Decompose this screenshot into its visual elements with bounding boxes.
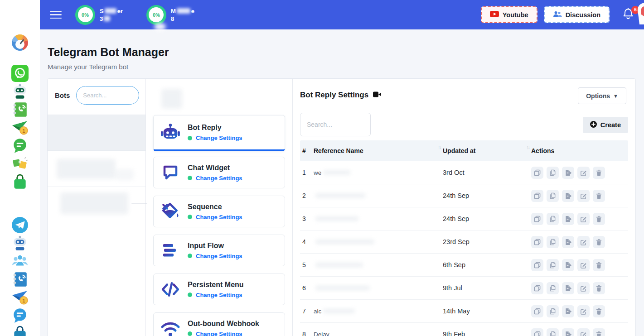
whatsapp-contacts-icon[interactable] [11,101,29,118]
export-button[interactable] [562,259,574,271]
menu-toggle-button[interactable] [50,11,62,19]
video-camera-icon[interactable] [373,91,382,100]
edit-button[interactable] [577,213,590,225]
edit-button[interactable] [577,282,590,294]
message-progress-ring: 0% [146,5,166,25]
settings-card-bot-reply[interactable]: Bot Reply Change Settings [153,115,285,151]
copy-button[interactable] [547,213,559,225]
change-settings-link[interactable]: Change Settings [196,175,242,182]
settings-card-webhook[interactable]: Out-bound Webhook Change Settings [153,312,285,336]
page-content: Telegram Bot Manager Manage your Telegra… [40,29,644,336]
clone-button[interactable] [531,259,543,271]
edit-button[interactable] [577,305,590,317]
export-button[interactable] [562,167,574,179]
telegram-contacts-icon[interactable] [11,271,29,288]
delete-button[interactable] [593,282,605,294]
table-row: 1 we 3rd Oct [300,161,628,184]
bell-icon [622,14,634,22]
delete-button[interactable] [593,190,605,202]
telegram-group-icon[interactable] [11,253,29,270]
telegram-chat-icon[interactable] [11,307,29,324]
message-stat: 0% Me 8 [146,5,194,25]
whatsapp-broadcast-icon[interactable]: 1 [11,119,29,136]
change-settings-link[interactable]: Change Settings [196,214,242,221]
chevron-down-icon: ▼ [613,93,618,99]
edit-button[interactable] [577,167,590,179]
edit-button[interactable] [577,236,590,248]
bot-list-item-selected[interactable] [48,115,145,151]
copy-button[interactable] [547,305,559,317]
change-settings-link[interactable]: Change Settings [196,292,242,298]
settings-card-chat-widget[interactable]: Chat Widget Change Settings [153,157,285,188]
export-button[interactable] [562,282,574,294]
col-header-updated-at[interactable]: Updated at↑↓ [443,147,531,154]
col-header-reference-name[interactable]: Reference Name↑↓ [314,147,443,154]
create-button[interactable]: Create [583,117,628,133]
telegram-store-icon[interactable] [11,325,29,336]
options-dropdown-button[interactable]: Options ▼ [578,87,626,104]
copy-button[interactable] [547,282,559,294]
copy-button[interactable] [547,190,559,202]
copy-button[interactable] [547,236,559,248]
bot-list-item[interactable] [48,151,145,187]
copy-button[interactable] [547,167,559,179]
clone-button[interactable] [531,213,543,225]
sort-icon[interactable]: ↑↓ [438,144,441,150]
panel-title: Bot Reply Settings [300,91,368,100]
delete-button[interactable] [593,236,605,248]
clone-button[interactable] [531,305,543,317]
message-percent: 0% [149,7,164,22]
clone-button[interactable] [531,190,543,202]
whatsapp-icon[interactable] [11,65,29,82]
export-button[interactable] [562,328,574,336]
col-header-num[interactable]: # [302,147,314,154]
bots-search-input[interactable] [76,86,139,105]
whatsapp-store-icon[interactable] [11,173,29,191]
change-settings-link[interactable]: Change Settings [196,331,242,336]
reply-search-input[interactable] [300,113,371,136]
page-title: Telegram Bot Manager [48,46,169,59]
page-subtitle: Manage your Telegram bot [48,63,128,71]
delete-button[interactable] [593,167,605,179]
discussion-button[interactable]: Discussion [544,6,610,23]
integrations-icon[interactable] [11,155,29,173]
copy-button[interactable] [547,259,559,271]
clone-button[interactable] [531,236,543,248]
settings-panel: Bot Reply Change Settings Chat Widget Ch… [146,79,293,336]
clone-button[interactable] [531,167,543,179]
dashboard-icon[interactable] [11,34,29,51]
delete-button[interactable] [593,328,605,336]
telegram-bot-icon[interactable] [11,235,29,252]
notifications-button[interactable]: 6 [622,8,634,22]
telegram-broadcast-icon[interactable]: 1 [11,289,29,306]
table-header-row: # Reference Name↑↓ Updated at↑↓ Actions [300,140,628,161]
whatsapp-chat-icon[interactable] [11,137,29,154]
table-row: 5 6th Sep [300,254,628,277]
export-button[interactable] [562,213,574,225]
change-settings-link[interactable]: Change Settings [196,253,242,259]
delete-button[interactable] [593,305,605,317]
whatsapp-bot-icon[interactable] [11,83,29,100]
export-button[interactable] [562,236,574,248]
edit-button[interactable] [577,190,590,202]
settings-card-input-flow[interactable]: Input Flow Change Settings [153,235,285,266]
bot-list-item[interactable] [48,187,145,223]
export-button[interactable] [562,305,574,317]
clone-button[interactable] [531,328,543,336]
youtube-button[interactable]: Youtube [481,6,537,23]
sort-icon[interactable]: ↑↓ [526,144,529,150]
edit-button[interactable] [577,328,590,336]
settings-card-sequence[interactable]: Sequence Change Settings [153,196,285,227]
edit-button[interactable] [577,259,590,271]
table-row: 6 9th Jul [300,277,628,300]
delete-button[interactable] [593,213,605,225]
sequence-icon [160,202,181,221]
telegram-icon[interactable] [11,216,29,234]
clone-button[interactable] [531,282,543,294]
delete-button[interactable] [593,259,605,271]
copy-button[interactable] [547,328,559,336]
change-settings-link[interactable]: Change Settings [196,134,242,141]
export-button[interactable] [562,190,574,202]
settings-card-persistent-menu[interactable]: Persistent Menu Change Settings [153,274,285,305]
webhook-icon [160,320,181,336]
